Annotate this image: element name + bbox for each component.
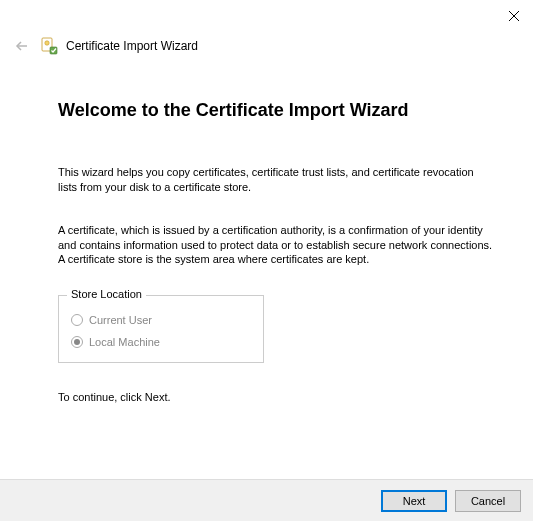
wizard-title: Certificate Import Wizard — [66, 39, 198, 53]
radio-label: Current User — [89, 314, 152, 326]
page-heading: Welcome to the Certificate Import Wizard — [58, 100, 493, 121]
radio-local-machine: Local Machine — [71, 336, 251, 348]
radio-current-user: Current User — [71, 314, 251, 326]
continue-text: To continue, click Next. — [58, 391, 493, 403]
cancel-button[interactable]: Cancel — [455, 490, 521, 512]
radio-label: Local Machine — [89, 336, 160, 348]
radio-icon — [71, 336, 83, 348]
certificate-wizard-icon — [40, 37, 58, 55]
wizard-header: Certificate Import Wizard — [0, 36, 533, 56]
close-button[interactable] — [507, 9, 521, 23]
explain-paragraph: A certificate, which is issued by a cert… — [58, 223, 493, 268]
radio-icon — [71, 314, 83, 326]
back-button — [12, 36, 32, 56]
intro-paragraph: This wizard helps you copy certificates,… — [58, 165, 493, 195]
store-location-legend: Store Location — [67, 288, 146, 300]
next-button[interactable]: Next — [381, 490, 447, 512]
back-arrow-icon — [14, 38, 30, 54]
close-icon — [508, 10, 520, 22]
button-bar: Next Cancel — [0, 479, 533, 521]
wizard-content: Welcome to the Certificate Import Wizard… — [58, 100, 493, 403]
titlebar — [0, 0, 533, 32]
radio-dot-icon — [74, 339, 80, 345]
store-location-group: Store Location Current User Local Machin… — [58, 295, 264, 363]
svg-point-4 — [45, 41, 49, 45]
